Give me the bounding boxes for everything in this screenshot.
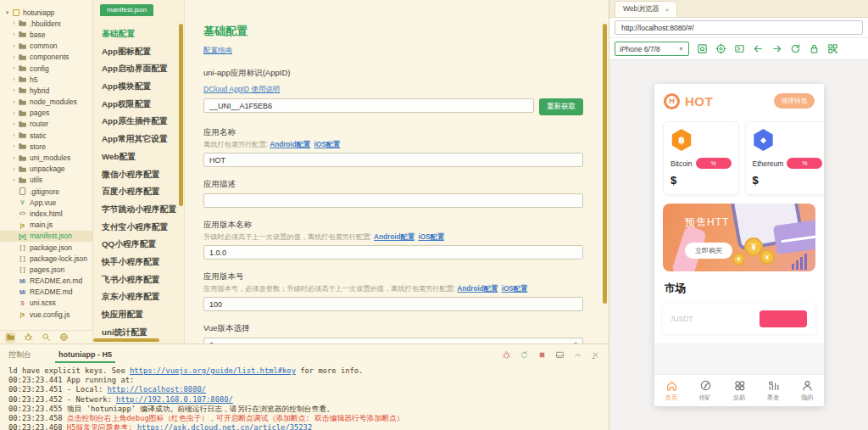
nav-horizontal-scrollbar[interactable]: [93, 338, 159, 342]
percent-badge[interactable]: %: [696, 158, 732, 169]
tree-item-node_modules[interactable]: ›node_modules: [0, 97, 92, 108]
coin-card-bitcoin[interactable]: ฿Bitcoin%$: [663, 121, 739, 195]
stop-icon[interactable]: [537, 350, 547, 360]
presale-banner[interactable]: ¥ ¥ ¥ 预售HTT 立即购买: [663, 204, 815, 271]
tabbar-item-挖矿[interactable]: 挖矿: [688, 375, 722, 406]
ios-config-link[interactable]: iOS配置: [502, 285, 527, 293]
tree-item-static[interactable]: ›static: [0, 130, 92, 141]
refresh-appid-button[interactable]: 重新获取: [539, 98, 583, 115]
collapse-icon[interactable]: [573, 350, 582, 360]
manifest-section-字节跳动小程序配置[interactable]: 字节跳动小程序配置: [93, 201, 179, 219]
tree-item-main.js[interactable]: jsmain.js: [0, 220, 92, 231]
tree-item-package-lock.json[interactable]: [ ]package-lock.json: [0, 253, 92, 264]
market-action-button[interactable]: [760, 310, 807, 327]
manifest-section-App原生插件配置[interactable]: App原生插件配置: [93, 113, 179, 131]
tree-item-hybrid[interactable]: ›hybrid: [0, 85, 92, 96]
refresh-icon[interactable]: [790, 43, 801, 54]
connect-wallet-button[interactable]: 链接钱包: [774, 93, 815, 109]
tree-item-store[interactable]: ›store: [0, 141, 92, 152]
browser-tab[interactable]: Web浏览器 ×: [615, 1, 677, 17]
tree-item-.gitignore[interactable]: .gitignore: [0, 186, 92, 197]
version-code-input[interactable]: 100: [203, 297, 583, 311]
tree-item-vue.config.js[interactable]: jsvue.config.js: [0, 309, 92, 320]
tabbar-item-基金[interactable]: 基金: [756, 375, 790, 406]
manifest-section-支付宝小程序配置[interactable]: 支付宝小程序配置: [93, 219, 179, 237]
folder-icon[interactable]: [5, 332, 15, 343]
android-config-link[interactable]: Android配置: [374, 233, 415, 241]
tree-item-components[interactable]: ›components: [0, 52, 92, 63]
tree-item-package.json[interactable]: [ ]package.json: [0, 242, 92, 253]
bug-icon[interactable]: [23, 332, 33, 343]
tree-item-README.en.md[interactable]: MiREADME.en.md: [0, 276, 92, 287]
clear-icon[interactable]: [591, 350, 600, 360]
tree-item-.hbuilderx[interactable]: ›.hbuilderx: [0, 18, 92, 29]
console-link[interactable]: https://ask.dcloud.net.cn/article/35232: [137, 423, 313, 430]
ios-config-link[interactable]: iOS配置: [418, 233, 443, 241]
tree-item-README.md[interactable]: MiREADME.md: [0, 287, 92, 298]
form-vertical-scrollbar[interactable]: [603, 24, 607, 304]
tabbar-item-交易[interactable]: 交易: [722, 375, 756, 406]
tree-item-uni_modules[interactable]: ›uni_modules: [0, 152, 92, 163]
manifest-section-百度小程序配置[interactable]: 百度小程序配置: [93, 183, 179, 201]
manifest-section-App启动界面配置[interactable]: App启动界面配置: [93, 60, 179, 78]
nav-vertical-scrollbar[interactable]: [179, 24, 183, 206]
qrcode-icon[interactable]: [827, 43, 838, 54]
coin-card-ethereum[interactable]: ◆Ethereum%$: [745, 121, 824, 195]
tree-item-pages.json[interactable]: [ ]pages.json: [0, 264, 92, 275]
globe-icon[interactable]: [58, 332, 69, 343]
tree-item-index.html[interactable]: <>index.html: [0, 208, 92, 219]
market-row[interactable]: /USDT: [663, 304, 815, 334]
tree-item-hotuniapp[interactable]: ▾hotuniapp: [0, 7, 92, 18]
screenshot-icon[interactable]: [697, 43, 708, 54]
appid-doc-link[interactable]: DCloud AppID 使用说明: [203, 85, 280, 93]
version-name-input[interactable]: 1.0.0: [203, 245, 583, 260]
appid-input[interactable]: __UNI__A1F5EB6: [203, 98, 534, 113]
console-tab-hotuniapp-h5[interactable]: hotuniapp - H5: [55, 347, 115, 363]
devtools-icon[interactable]: [734, 43, 745, 54]
tree-item-App.vue[interactable]: VApp.vue: [0, 197, 92, 208]
tree-item-common[interactable]: ›common: [0, 41, 92, 52]
tree-item-unpackage[interactable]: ›unpackage: [0, 164, 92, 175]
manifest-section-App权限配置[interactable]: App权限配置: [93, 96, 179, 114]
tree-item-utils[interactable]: ›utils: [0, 175, 92, 186]
android-config-link[interactable]: Android配置: [457, 285, 498, 293]
tabbar-item-我的[interactable]: 我的: [790, 375, 824, 406]
tree-item-uni.scss[interactable]: Suni.scss: [0, 298, 92, 309]
tab-manifest-json[interactable]: manifest.json: [100, 4, 153, 16]
manifest-section-基础配置[interactable]: 基础配置: [93, 25, 179, 43]
manifest-section-飞书小程序配置[interactable]: 飞书小程序配置: [93, 271, 179, 289]
tree-item-h5[interactable]: ›h5: [0, 74, 92, 85]
percent-badge[interactable]: %: [787, 158, 822, 169]
tree-item-manifest.json[interactable]: [o]manifest.json: [0, 231, 92, 242]
back-icon[interactable]: [753, 43, 764, 54]
device-select[interactable]: iPhone 6/7/8▼: [615, 42, 689, 56]
tree-item-base[interactable]: ›base: [0, 29, 92, 40]
manifest-section-快应用配置[interactable]: 快应用配置: [93, 306, 179, 324]
manifest-section-Web配置[interactable]: Web配置: [93, 148, 179, 166]
manifest-section-App图标配置[interactable]: App图标配置: [93, 43, 179, 61]
manifest-section-App模块配置[interactable]: App模块配置: [93, 78, 179, 96]
guide-link[interactable]: 配置指南: [203, 46, 232, 54]
console-link[interactable]: https://vuejs.org/guide/list.html#key: [130, 366, 296, 375]
bug-icon[interactable]: [502, 350, 511, 360]
app-name-input[interactable]: HOT: [203, 153, 583, 167]
buy-now-button[interactable]: 立即购买: [685, 243, 732, 259]
forward-icon[interactable]: [771, 43, 782, 54]
vue-version-select[interactable]: 2: [203, 338, 583, 343]
android-config-link[interactable]: Android配置: [270, 141, 310, 148]
window-icon[interactable]: [555, 350, 565, 360]
debug-icon[interactable]: [715, 43, 726, 54]
tree-item-router[interactable]: ›router: [0, 119, 92, 130]
close-icon[interactable]: ×: [665, 6, 670, 14]
restart-icon[interactable]: [520, 350, 529, 360]
manifest-section-快手小程序配置[interactable]: 快手小程序配置: [93, 254, 179, 271]
tabbar-item-首页[interactable]: 首页: [654, 375, 688, 406]
ios-config-link[interactable]: iOS配置: [314, 141, 340, 148]
tree-item-pages[interactable]: ›pages: [0, 108, 92, 119]
manifest-section-QQ小程序配置[interactable]: QQ小程序配置: [93, 236, 179, 254]
manifest-section-微信小程序配置[interactable]: 微信小程序配置: [93, 166, 179, 184]
app-desc-input[interactable]: [203, 193, 583, 208]
console-link[interactable]: http://192.168.0.107:8080/: [116, 395, 233, 404]
tree-item-config[interactable]: ›config: [0, 63, 92, 74]
lock-icon[interactable]: [809, 43, 820, 54]
